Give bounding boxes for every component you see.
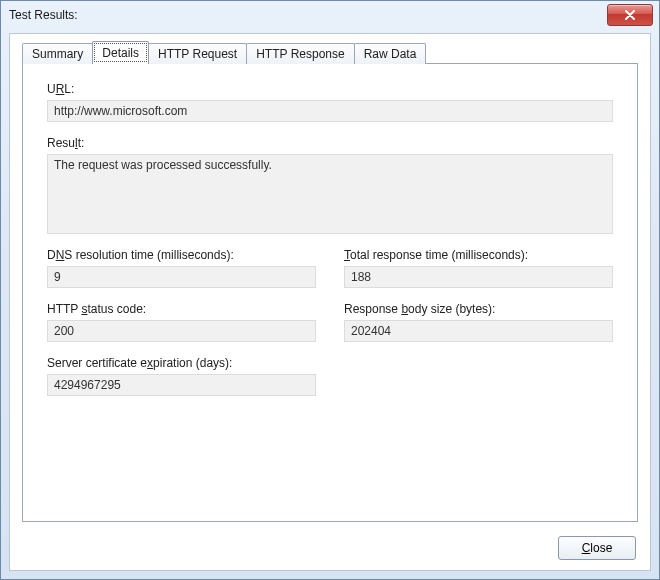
- empty-cell: [344, 356, 613, 396]
- http-status-value: 200: [47, 320, 316, 342]
- result-value: The request was processed successfully.: [47, 154, 613, 234]
- body-size-label: Response body size (bytes):: [344, 302, 613, 316]
- tabstrip: Summary Details HTTP Request HTTP Respon…: [22, 42, 638, 64]
- cert-exp-value: 4294967295: [47, 374, 316, 396]
- tab-http-request[interactable]: HTTP Request: [148, 43, 247, 64]
- close-icon: [624, 10, 636, 20]
- result-label: Result:: [47, 136, 613, 150]
- cert-exp-label: Server certificate expiration (days):: [47, 356, 316, 370]
- metrics-grid: DNS resolution time (milliseconds): 9 To…: [47, 248, 613, 396]
- http-status-section: HTTP status code: 200: [47, 302, 316, 342]
- total-time-section: Total response time (milliseconds): 188: [344, 248, 613, 288]
- body-size-section: Response body size (bytes): 202404: [344, 302, 613, 342]
- dns-label: DNS resolution time (milliseconds):: [47, 248, 316, 262]
- tabpage-details: URL: http://www.microsoft.com Result: Th…: [22, 63, 638, 522]
- titlebar: Test Results:: [1, 1, 659, 29]
- total-time-label: Total response time (milliseconds):: [344, 248, 613, 262]
- window-close-button[interactable]: [607, 4, 653, 26]
- url-value: http://www.microsoft.com: [47, 100, 613, 122]
- tab-details[interactable]: Details: [92, 41, 149, 64]
- window: Test Results: Summary Details HTTP Reque…: [0, 0, 660, 580]
- http-status-label: HTTP status code:: [47, 302, 316, 316]
- body-size-value: 202404: [344, 320, 613, 342]
- url-section: URL: http://www.microsoft.com: [47, 82, 613, 122]
- window-title: Test Results:: [9, 1, 607, 29]
- tab-summary[interactable]: Summary: [22, 43, 93, 64]
- tab-http-response[interactable]: HTTP Response: [246, 43, 354, 64]
- cert-exp-section: Server certificate expiration (days): 42…: [47, 356, 316, 396]
- tab-raw-data[interactable]: Raw Data: [354, 43, 427, 64]
- dns-section: DNS resolution time (milliseconds): 9: [47, 248, 316, 288]
- dns-value: 9: [47, 266, 316, 288]
- footer: Close: [558, 536, 636, 560]
- total-time-value: 188: [344, 266, 613, 288]
- result-section: Result: The request was processed succes…: [47, 136, 613, 234]
- client-area: Summary Details HTTP Request HTTP Respon…: [9, 33, 651, 571]
- close-button[interactable]: Close: [558, 536, 636, 560]
- url-label: URL:: [47, 82, 613, 96]
